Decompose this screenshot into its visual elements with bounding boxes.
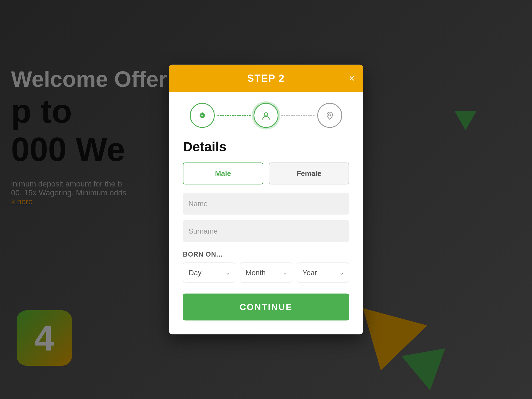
step-dashes-2 — [281, 115, 314, 116]
step3-circle — [317, 103, 342, 128]
section-title: Details — [183, 139, 349, 154]
modal-title: STEP 2 — [247, 73, 285, 84]
born-label: BORN ON... — [183, 250, 349, 258]
date-row: Day ⌄ Month ⌄ Year ⌄ — [183, 263, 349, 283]
close-button[interactable]: × — [349, 73, 355, 83]
year-select[interactable]: Year — [297, 263, 349, 283]
male-button[interactable]: Male — [183, 163, 263, 185]
female-button[interactable]: Female — [269, 163, 349, 185]
year-select-wrapper: Year ⌄ — [297, 263, 349, 283]
svg-point-3 — [329, 114, 331, 116]
svg-point-2 — [264, 113, 268, 116]
surname-input[interactable] — [183, 220, 349, 242]
gender-selector: Male Female — [183, 163, 349, 185]
name-input[interactable] — [183, 193, 349, 215]
month-select[interactable]: Month — [240, 263, 292, 283]
month-select-wrapper: Month ⌄ — [240, 263, 292, 283]
modal-dialog: STEP 2 × — [169, 65, 363, 334]
modal-body: Details Male Female BORN ON... Day ⌄ Mon… — [169, 92, 363, 334]
modal-header: STEP 2 × — [169, 65, 363, 92]
step-dashes-1 — [218, 115, 251, 116]
step1-circle — [190, 103, 215, 128]
day-select[interactable]: Day — [183, 263, 235, 283]
day-select-wrapper: Day ⌄ — [183, 263, 235, 283]
step2-circle — [254, 103, 278, 128]
steps-indicator — [183, 103, 349, 128]
continue-button[interactable]: CONTINUE — [183, 294, 349, 321]
